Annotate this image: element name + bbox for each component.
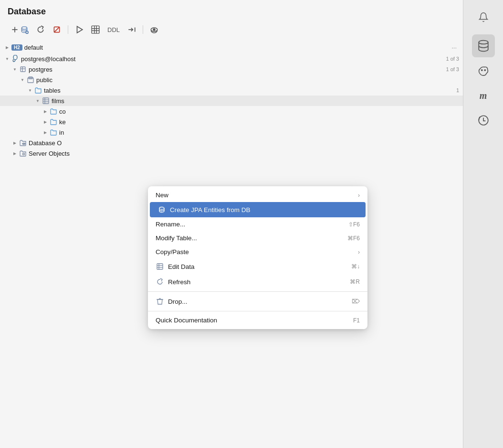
bell-icon — [478, 12, 489, 22]
menu-separator2 — [148, 311, 367, 311]
menu-label: Quick Documentation — [156, 317, 349, 324]
menu-item-refresh[interactable]: Refresh ⌘R — [148, 274, 367, 289]
history-icon — [477, 114, 490, 127]
jpa-icon — [157, 205, 166, 214]
shortcut-label: F1 — [353, 317, 360, 324]
markdown-icon: m — [480, 90, 487, 101]
svg-rect-33 — [157, 264, 163, 269]
menu-item-quick-doc[interactable]: Quick Documentation F1 — [148, 313, 367, 327]
menu-item-rename[interactable]: Rename... ⇧F6 — [148, 217, 367, 231]
context-menu: New › Create JPA Entities from DB Rename… — [148, 186, 367, 329]
menu-item-new[interactable]: New › — [148, 188, 367, 202]
main-panel: Database — [0, 0, 463, 448]
menu-item-copy-paste[interactable]: Copy/Paste › — [148, 245, 367, 259]
delete-icon — [156, 297, 164, 306]
menu-label: Drop... — [168, 298, 348, 305]
shortcut-label: ⌘↓ — [351, 263, 360, 270]
menu-item-create-jpa[interactable]: Create JPA Entities from DB — [150, 202, 366, 217]
menu-separator — [148, 291, 367, 292]
menu-label: Modify Table... — [156, 235, 344, 242]
shortcut-label: ⌦ — [352, 298, 360, 305]
shortcut-label: ⌘R — [350, 278, 360, 285]
shortcut-label: ⇧F6 — [348, 221, 360, 228]
menu-item-modify-table[interactable]: Modify Table... ⌘F6 — [148, 231, 367, 245]
svg-point-32 — [159, 207, 164, 210]
sidebar-animal-button[interactable] — [472, 59, 495, 82]
menu-item-drop[interactable]: Drop... ⌦ — [148, 294, 367, 309]
sidebar-history-button[interactable] — [472, 109, 495, 132]
sidebar-markdown-button[interactable]: m — [472, 84, 495, 107]
right-sidebar: m — [463, 0, 503, 448]
menu-label: Edit Data — [168, 263, 347, 270]
context-menu-overlay[interactable]: New › Create JPA Entities from DB Rename… — [0, 0, 463, 448]
menu-label: New — [156, 192, 354, 199]
database-icon — [477, 40, 490, 52]
svg-point-40 — [484, 70, 485, 71]
svg-point-39 — [481, 70, 482, 71]
menu-label: Create JPA Entities from DB — [170, 206, 358, 213]
menu-label: Rename... — [156, 221, 345, 228]
notification-button[interactable] — [472, 6, 495, 29]
menu-item-edit-data[interactable]: Edit Data ⌘↓ — [148, 259, 367, 274]
menu-label: Copy/Paste — [156, 248, 354, 256]
arrow-icon: › — [358, 192, 360, 199]
table-icon — [156, 262, 164, 271]
sidebar-database-button[interactable] — [472, 34, 495, 57]
svg-point-38 — [479, 41, 488, 44]
arrow-icon: › — [358, 249, 360, 256]
menu-label: Refresh — [168, 278, 346, 286]
animal-icon — [477, 64, 490, 77]
shortcut-label: ⌘F6 — [347, 235, 360, 242]
refresh-icon — [156, 277, 164, 286]
